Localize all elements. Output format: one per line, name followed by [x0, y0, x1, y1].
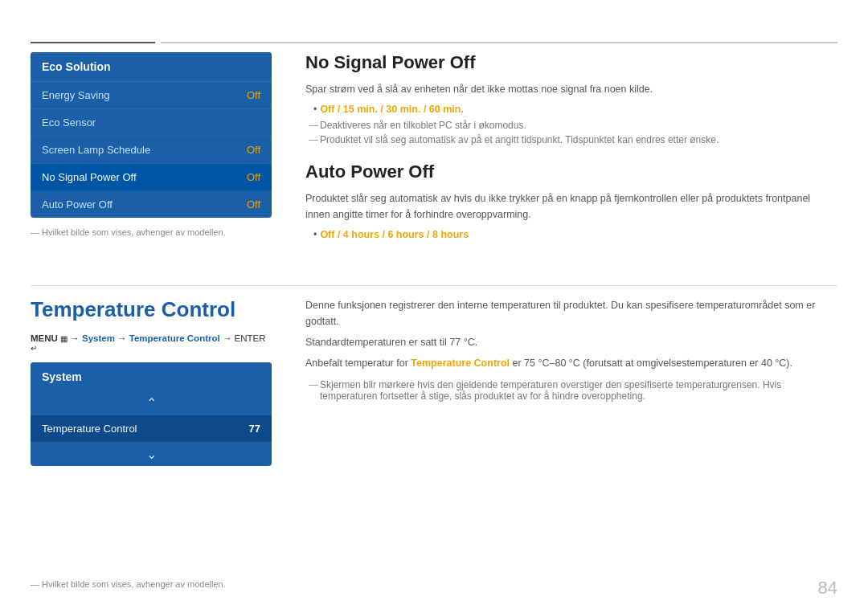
lower-footnote: Hvilket bilde som vises, avhenger av mod…: [31, 579, 226, 589]
auto-power-bullet-text: Off / 4 hours / 6 hours / 8 hours: [320, 229, 469, 240]
menu-item-value: Off: [247, 144, 260, 156]
top-divider-light: [161, 42, 837, 43]
nav-sep1: →: [70, 333, 82, 343]
right-content-panel: No Signal Power Off Spar strøm ved å slå…: [305, 52, 837, 245]
no-signal-dash2: Produktet vil slå seg automatisk av på e…: [309, 134, 837, 145]
menu-item-energy-saving[interactable]: Energy Saving Off: [31, 82, 272, 109]
menu-item-label: No Signal Power Off: [42, 171, 137, 183]
temperature-left-panel: Temperature Control MENU ▦ → System → Te…: [31, 297, 272, 466]
menu-item-label: Eco Sensor: [42, 116, 96, 129]
system-menu-header: System: [31, 362, 272, 391]
menu-item-eco-sensor[interactable]: Eco Sensor: [31, 109, 272, 137]
eco-menu-header: Eco Solution: [31, 52, 272, 82]
system-item-value: 77: [249, 423, 260, 435]
temp-body2: Standardtemperaturen er satt til 77 °C.: [305, 334, 837, 350]
top-divider-dark: [31, 42, 155, 43]
no-signal-section: No Signal Power Off Spar strøm ved å slå…: [305, 52, 837, 145]
menu-item-label: Energy Saving: [42, 89, 110, 101]
menu-item-auto-power[interactable]: Auto Power Off Off: [31, 191, 272, 218]
nav-system: System: [82, 333, 115, 343]
temp-body1: Denne funksjonen registrerer den interne…: [305, 297, 837, 329]
no-signal-title: No Signal Power Off: [305, 52, 837, 73]
temp-body3-highlight: Temperature Control: [411, 358, 510, 369]
eco-footnote: Hvilket bilde som vises, avhenger av mod…: [31, 227, 272, 237]
menu-item-value: Off: [247, 171, 260, 183]
nav-icon-menu: ▦: [60, 334, 68, 343]
auto-power-body: Produktet slår seg automatisk av hvis du…: [305, 190, 837, 223]
system-menu-item-temperature[interactable]: Temperature Control 77: [31, 415, 272, 443]
auto-power-bullet: Off / 4 hours / 6 hours / 8 hours: [313, 229, 837, 240]
system-arrow-down[interactable]: ⌄: [31, 443, 272, 466]
nav-temp: Temperature Control: [129, 333, 220, 343]
no-signal-body: Spar strøm ved å slå av enheten når det …: [305, 81, 837, 97]
menu-item-label: Screen Lamp Schedule: [42, 144, 150, 156]
lower-divider: [31, 285, 837, 286]
temperature-title: Temperature Control: [31, 297, 272, 322]
temp-dash1: Skjermen blir mørkere hvis den gjeldende…: [309, 379, 837, 402]
auto-power-title: Auto Power Off: [305, 161, 837, 182]
no-signal-bullet-text: Off / 15 min. / 30 min. / 60 min.: [320, 104, 464, 115]
no-signal-bullet: Off / 15 min. / 30 min. / 60 min.: [313, 104, 837, 115]
menu-item-value: Off: [247, 89, 260, 101]
nav-sep2: →: [117, 333, 129, 343]
no-signal-dash1: Deaktiveres når en tilkoblet PC står i ø…: [309, 120, 837, 131]
eco-solution-panel: Eco Solution Energy Saving Off Eco Senso…: [31, 52, 272, 237]
menu-item-no-signal[interactable]: No Signal Power Off Off: [31, 164, 272, 191]
menu-nav-menu: MENU: [31, 333, 60, 343]
temperature-right-panel: Denne funksjonen registrerer den interne…: [305, 297, 837, 405]
menu-nav: MENU ▦ → System → Temperature Control → …: [31, 333, 272, 353]
eco-menu-box: Eco Solution Energy Saving Off Eco Senso…: [31, 52, 272, 218]
nav-sep3: → ENTER: [223, 333, 266, 343]
temp-body3-prefix: Anbefalt temperatur for: [305, 358, 411, 369]
menu-item-value: Off: [247, 198, 260, 210]
system-menu-box: System ⌃ Temperature Control 77 ⌄: [31, 362, 272, 466]
temp-body3: Anbefalt temperatur for Temperature Cont…: [305, 355, 837, 371]
system-arrow-up[interactable]: ⌃: [31, 391, 272, 415]
auto-power-section: Auto Power Off Produktet slår seg automa…: [305, 161, 837, 240]
nav-icon-enter: ↵: [31, 344, 37, 353]
menu-item-label: Auto Power Off: [42, 198, 113, 210]
menu-item-screen-lamp[interactable]: Screen Lamp Schedule Off: [31, 137, 272, 164]
page-number: 84: [818, 578, 837, 599]
temp-body3-suffix: er 75 °C–80 °C (forutsatt at omgivelsest…: [510, 358, 792, 369]
system-item-label: Temperature Control: [42, 423, 137, 435]
